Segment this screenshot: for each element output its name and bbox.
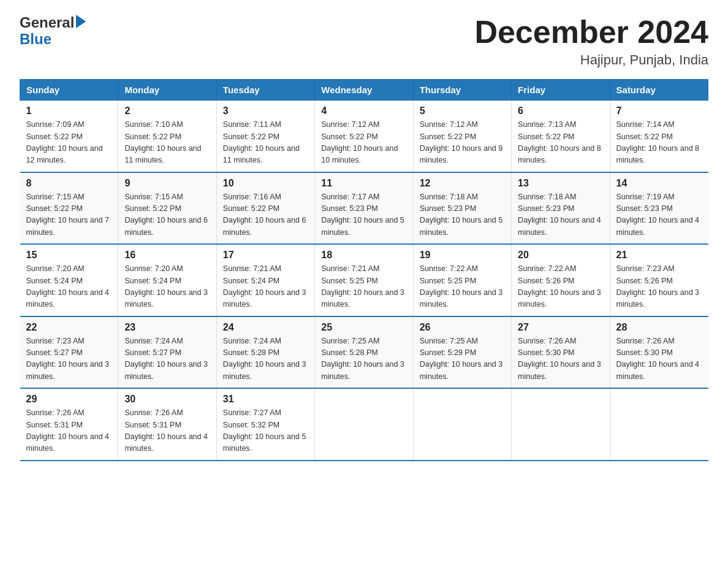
day-info: Sunrise: 7:25 AMSunset: 5:28 PMDaylight:… [321, 337, 404, 381]
logo: General Blue [20, 15, 86, 48]
day-info: Sunrise: 7:11 AMSunset: 5:22 PMDaylight:… [223, 120, 300, 164]
day-of-week-header: Thursday [413, 80, 511, 101]
calendar-day-cell: 20 Sunrise: 7:22 AMSunset: 5:26 PMDaylig… [512, 244, 610, 316]
day-info: Sunrise: 7:20 AMSunset: 5:24 PMDaylight:… [26, 264, 110, 308]
day-number: 21 [616, 250, 702, 261]
calendar-day-cell [610, 388, 708, 461]
day-number: 25 [321, 322, 406, 333]
day-info: Sunrise: 7:12 AMSunset: 5:22 PMDaylight:… [321, 120, 398, 164]
month-title: December 2024 [474, 15, 708, 50]
day-of-week-header: Wednesday [315, 80, 413, 101]
day-number: 1 [26, 105, 112, 117]
day-of-week-header: Tuesday [216, 80, 314, 101]
day-number: 10 [223, 178, 308, 189]
day-info: Sunrise: 7:20 AMSunset: 5:24 PMDaylight:… [124, 264, 208, 308]
calendar-day-cell: 6 Sunrise: 7:13 AMSunset: 5:22 PMDayligh… [512, 101, 610, 172]
calendar-day-cell [413, 388, 511, 461]
calendar-day-cell: 12 Sunrise: 7:18 AMSunset: 5:23 PMDaylig… [413, 172, 511, 245]
calendar-day-cell: 5 Sunrise: 7:12 AMSunset: 5:22 PMDayligh… [413, 101, 511, 172]
day-info: Sunrise: 7:22 AMSunset: 5:25 PMDaylight:… [420, 264, 503, 308]
day-number: 31 [223, 394, 308, 405]
calendar-day-cell: 3 Sunrise: 7:11 AMSunset: 5:22 PMDayligh… [216, 101, 314, 172]
calendar-day-cell: 26 Sunrise: 7:25 AMSunset: 5:29 PMDaylig… [413, 316, 511, 389]
day-info: Sunrise: 7:26 AMSunset: 5:31 PMDaylight:… [124, 408, 208, 453]
calendar-day-cell: 22 Sunrise: 7:23 AMSunset: 5:27 PMDaylig… [20, 316, 118, 389]
day-info: Sunrise: 7:15 AMSunset: 5:22 PMDaylight:… [124, 193, 208, 237]
calendar-day-cell: 29 Sunrise: 7:26 AMSunset: 5:31 PMDaylig… [20, 388, 118, 461]
day-info: Sunrise: 7:10 AMSunset: 5:22 PMDaylight:… [124, 120, 201, 164]
day-number: 26 [420, 322, 505, 333]
day-info: Sunrise: 7:16 AMSunset: 5:22 PMDaylight:… [223, 193, 306, 237]
calendar-header-row: SundayMondayTuesdayWednesdayThursdayFrid… [20, 80, 708, 101]
day-number: 22 [26, 322, 112, 333]
calendar-week-row: 22 Sunrise: 7:23 AMSunset: 5:27 PMDaylig… [20, 316, 708, 389]
calendar-day-cell: 28 Sunrise: 7:26 AMSunset: 5:30 PMDaylig… [610, 316, 708, 389]
day-info: Sunrise: 7:24 AMSunset: 5:28 PMDaylight:… [223, 337, 306, 381]
day-info: Sunrise: 7:23 AMSunset: 5:26 PMDaylight:… [616, 264, 700, 308]
title-block: December 2024 Hajipur, Punjab, India [474, 15, 708, 68]
calendar-day-cell [512, 388, 610, 461]
day-number: 3 [223, 105, 308, 117]
day-info: Sunrise: 7:25 AMSunset: 5:29 PMDaylight:… [420, 337, 503, 381]
calendar-week-row: 1 Sunrise: 7:09 AMSunset: 5:22 PMDayligh… [20, 101, 708, 172]
calendar-day-cell: 2 Sunrise: 7:10 AMSunset: 5:22 PMDayligh… [118, 101, 216, 172]
day-number: 5 [420, 105, 505, 117]
calendar-day-cell: 4 Sunrise: 7:12 AMSunset: 5:22 PMDayligh… [315, 101, 413, 172]
calendar-day-cell: 7 Sunrise: 7:14 AMSunset: 5:22 PMDayligh… [610, 101, 708, 172]
day-number: 4 [321, 105, 406, 117]
day-of-week-header: Monday [118, 80, 216, 101]
calendar-day-cell: 16 Sunrise: 7:20 AMSunset: 5:24 PMDaylig… [118, 244, 216, 316]
day-info: Sunrise: 7:14 AMSunset: 5:22 PMDaylight:… [616, 120, 700, 164]
calendar-day-cell: 14 Sunrise: 7:19 AMSunset: 5:23 PMDaylig… [610, 172, 708, 245]
day-of-week-header: Friday [512, 80, 610, 101]
calendar-day-cell: 11 Sunrise: 7:17 AMSunset: 5:23 PMDaylig… [315, 172, 413, 245]
day-info: Sunrise: 7:22 AMSunset: 5:26 PMDaylight:… [518, 264, 601, 308]
day-info: Sunrise: 7:26 AMSunset: 5:30 PMDaylight:… [518, 337, 601, 381]
calendar-table: SundayMondayTuesdayWednesdayThursdayFrid… [20, 79, 708, 461]
calendar-day-cell: 9 Sunrise: 7:15 AMSunset: 5:22 PMDayligh… [118, 172, 216, 245]
day-of-week-header: Sunday [20, 80, 118, 101]
calendar-day-cell: 30 Sunrise: 7:26 AMSunset: 5:31 PMDaylig… [118, 388, 216, 461]
logo-general-text: General [20, 15, 74, 31]
day-number: 14 [616, 178, 702, 189]
day-number: 16 [124, 250, 210, 261]
day-info: Sunrise: 7:18 AMSunset: 5:23 PMDaylight:… [518, 193, 601, 237]
day-number: 8 [26, 178, 112, 189]
calendar-week-row: 29 Sunrise: 7:26 AMSunset: 5:31 PMDaylig… [20, 388, 708, 461]
day-number: 20 [518, 250, 603, 261]
day-info: Sunrise: 7:12 AMSunset: 5:22 PMDaylight:… [420, 120, 503, 164]
day-info: Sunrise: 7:09 AMSunset: 5:22 PMDaylight:… [26, 120, 103, 164]
page-header: General Blue December 2024 Hajipur, Punj… [20, 15, 708, 68]
day-info: Sunrise: 7:19 AMSunset: 5:23 PMDaylight:… [616, 193, 700, 237]
logo-blue-text: Blue [20, 31, 51, 48]
day-info: Sunrise: 7:23 AMSunset: 5:27 PMDaylight:… [26, 337, 110, 381]
day-info: Sunrise: 7:24 AMSunset: 5:27 PMDaylight:… [124, 337, 208, 381]
day-number: 12 [420, 178, 505, 189]
day-number: 11 [321, 178, 406, 189]
calendar-day-cell: 21 Sunrise: 7:23 AMSunset: 5:26 PMDaylig… [610, 244, 708, 316]
calendar-day-cell: 24 Sunrise: 7:24 AMSunset: 5:28 PMDaylig… [216, 316, 314, 389]
logo-arrow-icon [76, 15, 86, 28]
calendar-week-row: 8 Sunrise: 7:15 AMSunset: 5:22 PMDayligh… [20, 172, 708, 245]
day-number: 13 [518, 178, 603, 189]
calendar-day-cell: 17 Sunrise: 7:21 AMSunset: 5:24 PMDaylig… [216, 244, 314, 316]
day-of-week-header: Saturday [610, 80, 708, 101]
calendar-day-cell: 18 Sunrise: 7:21 AMSunset: 5:25 PMDaylig… [315, 244, 413, 316]
day-number: 29 [26, 394, 112, 405]
calendar-day-cell: 13 Sunrise: 7:18 AMSunset: 5:23 PMDaylig… [512, 172, 610, 245]
day-info: Sunrise: 7:15 AMSunset: 5:22 PMDaylight:… [26, 193, 110, 237]
day-info: Sunrise: 7:18 AMSunset: 5:23 PMDaylight:… [420, 193, 503, 237]
day-info: Sunrise: 7:26 AMSunset: 5:30 PMDaylight:… [616, 337, 700, 381]
calendar-day-cell: 27 Sunrise: 7:26 AMSunset: 5:30 PMDaylig… [512, 316, 610, 389]
calendar-day-cell: 15 Sunrise: 7:20 AMSunset: 5:24 PMDaylig… [20, 244, 118, 316]
calendar-day-cell: 8 Sunrise: 7:15 AMSunset: 5:22 PMDayligh… [20, 172, 118, 245]
day-number: 19 [420, 250, 505, 261]
day-number: 17 [223, 250, 308, 261]
calendar-day-cell: 31 Sunrise: 7:27 AMSunset: 5:32 PMDaylig… [216, 388, 314, 461]
day-number: 24 [223, 322, 308, 333]
day-number: 2 [124, 105, 210, 117]
calendar-day-cell: 25 Sunrise: 7:25 AMSunset: 5:28 PMDaylig… [315, 316, 413, 389]
day-info: Sunrise: 7:26 AMSunset: 5:31 PMDaylight:… [26, 408, 110, 453]
day-number: 30 [124, 394, 210, 405]
location-subtitle: Hajipur, Punjab, India [474, 52, 708, 68]
